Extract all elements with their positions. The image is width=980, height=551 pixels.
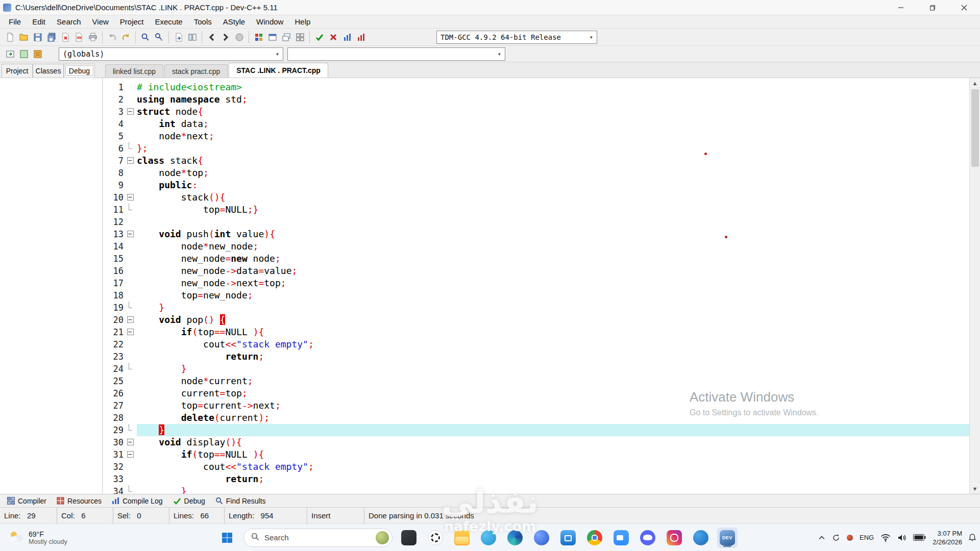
start-button[interactable]	[217, 528, 237, 548]
compile-button[interactable]	[312, 30, 326, 44]
code-line-34[interactable]: 34 }	[103, 485, 969, 494]
maximize-button[interactable]	[917, 0, 948, 15]
taskbar-app-file-explorer[interactable]	[452, 528, 472, 548]
view-split-button[interactable]	[185, 30, 199, 44]
code-line-8[interactable]: 8 node*top;	[103, 167, 969, 179]
taskbar-app-edge[interactable]	[505, 528, 525, 548]
stop-execution-button[interactable]	[326, 30, 340, 44]
panel-tab-debug[interactable]: Debug	[64, 64, 95, 78]
fold-collapse-icon[interactable]: −	[127, 329, 134, 335]
menu-item-execute[interactable]: Execute	[150, 15, 188, 28]
menu-item-edit[interactable]: Edit	[27, 15, 51, 28]
fold-collapse-icon[interactable]: −	[127, 108, 134, 115]
panel-tab-classes[interactable]: Classes	[33, 64, 64, 78]
menu-item-search[interactable]: Search	[51, 15, 87, 28]
delete-profiling-button[interactable]	[354, 30, 368, 44]
code-line-30[interactable]: 30− void display(){	[103, 436, 969, 448]
code-line-18[interactable]: 18 top=new_node;	[103, 289, 969, 302]
taskbar-app-chrome[interactable]	[584, 528, 605, 548]
code-area[interactable]: 1# include<iostream>2using namespace std…	[103, 78, 969, 494]
code-line-31[interactable]: 31− if(top==NULL ){	[103, 448, 969, 461]
code-line-26[interactable]: 26 current=top;	[103, 387, 969, 399]
close-file-button[interactable]	[58, 30, 72, 44]
find-button[interactable]	[138, 30, 152, 44]
menu-item-astyle[interactable]: AStyle	[217, 15, 251, 28]
open-button[interactable]	[17, 30, 31, 44]
code-line-20[interactable]: 20− void pop() {	[103, 314, 969, 326]
project-panel[interactable]	[0, 78, 103, 494]
code-editor[interactable]: 1# include<iostream>2using namespace std…	[103, 78, 969, 494]
new-file-button[interactable]	[3, 30, 17, 44]
code-line-11[interactable]: 11 top=NULL;}	[103, 204, 969, 216]
report-tab-compile-log[interactable]: Compile Log	[107, 495, 168, 507]
code-line-14[interactable]: 14 node*new_node;	[103, 240, 969, 253]
menu-item-file[interactable]: File	[3, 15, 27, 28]
scroll-down-icon[interactable]: ▼	[970, 484, 980, 494]
report-tab-find-results[interactable]: Find Results	[210, 495, 271, 507]
code-line-33[interactable]: 33 return;	[103, 473, 969, 485]
code-line-2[interactable]: 2using namespace std;	[103, 93, 969, 106]
editor-tab[interactable]: STAC .LINK . PRACT.cpp	[229, 63, 328, 78]
code-line-27[interactable]: 27 top=current->next;	[103, 399, 969, 412]
goto-bookmark-button[interactable]	[31, 47, 44, 61]
code-line-6[interactable]: 6};	[103, 142, 969, 155]
fold-collapse-icon[interactable]: −	[127, 194, 134, 201]
undo-button[interactable]	[105, 30, 119, 44]
taskbar-app-instagram[interactable]	[664, 528, 684, 548]
taskbar-app-store[interactable]	[558, 528, 578, 548]
code-line-17[interactable]: 17 new_node->next=top;	[103, 277, 969, 289]
tray-sync-icon[interactable]	[832, 534, 840, 542]
editor-scrollbar[interactable]: ▲ ▼	[969, 78, 980, 494]
new-project-button[interactable]	[252, 30, 265, 44]
goto-line-button[interactable]	[172, 30, 185, 44]
code-line-12[interactable]: 12	[103, 216, 969, 228]
code-line-13[interactable]: 13− void push(int value){	[103, 228, 969, 240]
menu-item-project[interactable]: Project	[114, 15, 150, 28]
back-button[interactable]	[205, 30, 218, 44]
volume-icon[interactable]	[897, 534, 906, 542]
battery-icon[interactable]	[913, 534, 926, 541]
members-select[interactable]: ▾	[287, 47, 505, 61]
taskbar-app-devcpp[interactable]: DEV	[717, 528, 738, 548]
code-line-3[interactable]: 3−struct node{	[103, 106, 969, 118]
wifi-icon[interactable]	[880, 534, 891, 542]
cascade-windows-button[interactable]	[279, 30, 293, 44]
save-all-button[interactable]	[44, 30, 58, 44]
taskbar-app-dark-window[interactable]	[399, 528, 419, 548]
toggle-bookmark-button[interactable]	[17, 47, 31, 61]
notification-icon[interactable]	[969, 534, 976, 541]
taskbar-app-messenger[interactable]	[531, 528, 552, 548]
save-button[interactable]	[31, 30, 44, 44]
taskbar-search[interactable]: Search	[243, 529, 393, 547]
code-line-9[interactable]: 9 public:	[103, 179, 969, 191]
code-line-24[interactable]: 24 }	[103, 363, 969, 375]
report-tab-resources[interactable]: Resources	[52, 495, 107, 507]
editor-tab[interactable]: linked list.cpp	[105, 64, 163, 78]
redo-button[interactable]	[119, 30, 133, 44]
code-line-25[interactable]: 25 node*current;	[103, 375, 969, 387]
print-button[interactable]	[86, 30, 100, 44]
menu-item-help[interactable]: Help	[289, 15, 316, 28]
close-all-button[interactable]	[72, 30, 86, 44]
tray-app-icon[interactable]	[847, 535, 853, 541]
code-line-1[interactable]: 1# include<iostream>	[103, 81, 969, 93]
scrollbar-thumb[interactable]	[971, 89, 979, 167]
code-line-21[interactable]: 21− if(top==NULL ){	[103, 326, 969, 338]
window-view-button[interactable]	[265, 30, 279, 44]
weather-widget[interactable]: 69°F Mostly cloudy	[4, 524, 71, 551]
code-line-4[interactable]: 4 int data;	[103, 118, 969, 130]
tile-windows-button[interactable]	[293, 30, 307, 44]
profile-button[interactable]	[340, 30, 354, 44]
report-tab-compiler[interactable]: Compiler	[2, 495, 52, 507]
code-line-22[interactable]: 22 cout<<"stack empty";	[103, 338, 969, 350]
fold-collapse-icon[interactable]: −	[127, 316, 134, 323]
fold-collapse-icon[interactable]: −	[127, 157, 134, 164]
code-line-16[interactable]: 16 new_node->data=value;	[103, 265, 969, 277]
code-line-32[interactable]: 32 cout<<"stack empty";	[103, 461, 969, 473]
minimize-button[interactable]	[885, 0, 917, 15]
editor-tab[interactable]: stack pract.cpp	[164, 64, 228, 78]
code-line-28[interactable]: 28 delete(current);	[103, 412, 969, 424]
globals-select[interactable]: (globals) ▾	[59, 47, 283, 61]
code-line-10[interactable]: 10− stack(){	[103, 191, 969, 204]
close-button[interactable]	[948, 0, 980, 15]
